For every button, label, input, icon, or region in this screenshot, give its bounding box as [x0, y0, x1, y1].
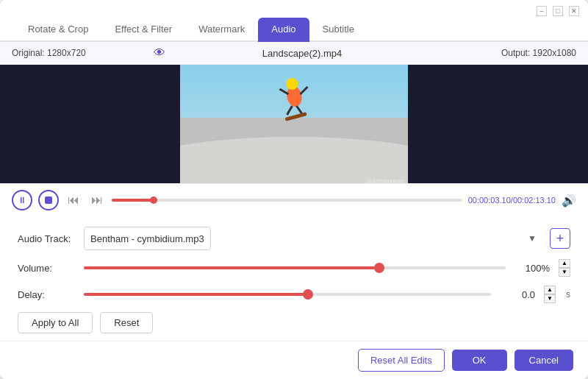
- tab-subtitle[interactable]: Subtitle: [309, 18, 368, 40]
- reset-all-edits-button[interactable]: Reset All Edits: [358, 349, 445, 372]
- skip-forward-button[interactable]: ⏭: [88, 192, 106, 208]
- delay-decrement-button[interactable]: ▼: [544, 294, 556, 303]
- volume-value: 100%: [513, 263, 550, 274]
- delay-label: Delay:: [18, 289, 76, 300]
- tab-bar: Rotate & Crop Effect & Filter Watermark …: [0, 18, 588, 42]
- video-preview: WATERMARK: [0, 65, 588, 183]
- svg-point-2: [287, 78, 298, 90]
- volume-increment-button[interactable]: ▲: [559, 259, 570, 268]
- tab-rotate[interactable]: Rotate & Crop: [15, 18, 101, 40]
- tab-audio[interactable]: Audio: [258, 18, 309, 40]
- volume-icon[interactable]: 🔊: [562, 194, 576, 208]
- reset-button[interactable]: Reset: [100, 312, 153, 333]
- delay-slider-thumb[interactable]: [303, 289, 313, 300]
- skip-forward-icon: ⏭: [91, 194, 103, 206]
- cancel-button[interactable]: Cancel: [514, 350, 573, 371]
- volume-slider-track: [84, 266, 506, 269]
- volume-slider-thumb[interactable]: [374, 263, 384, 273]
- pause-button[interactable]: ⏸: [12, 190, 32, 210]
- title-bar: – □ ✕: [0, 0, 588, 16]
- action-buttons: Apply to All Reset: [18, 312, 570, 333]
- audio-track-row: Audio Track: Bentham - cymbidium.mp3 ▼ +: [18, 227, 570, 250]
- apply-to-all-button[interactable]: Apply to All: [18, 312, 93, 333]
- time-current: 00:00:03.10: [468, 196, 511, 205]
- video-frame: WATERMARK: [180, 65, 408, 183]
- delay-unit: s: [566, 289, 570, 300]
- output-resolution: Output: 1920x1080: [440, 48, 577, 58]
- volume-decrement-button[interactable]: ▼: [559, 268, 570, 277]
- eye-icon[interactable]: 👁: [154, 46, 165, 60]
- volume-spinner: ▲ ▼: [559, 259, 570, 277]
- time-total: 00:02:13.10: [513, 196, 556, 205]
- volume-slider-wrapper[interactable]: [84, 261, 506, 275]
- tab-effect[interactable]: Effect & Filter: [101, 18, 185, 40]
- skip-back-icon: ⏮: [68, 194, 79, 206]
- video-watermark: WATERMARK: [367, 178, 404, 183]
- info-bar: Original: 1280x720 👁 Landscape(2).mp4 Ou…: [0, 42, 588, 65]
- audio-track-select[interactable]: Bentham - cymbidium.mp3: [84, 227, 211, 250]
- svg-line-4: [301, 87, 308, 94]
- delay-spinner: ▲ ▼: [544, 286, 556, 303]
- minimize-button[interactable]: –: [537, 6, 547, 16]
- svg-line-5: [287, 106, 293, 115]
- audio-track-select-wrapper: Bentham - cymbidium.mp3 ▼: [84, 227, 542, 250]
- time-display: 00:00:03.10/00:02:13.10: [468, 196, 556, 205]
- delay-row: Delay: 0.0 ▲ ▼ s: [18, 286, 570, 303]
- close-button[interactable]: ✕: [569, 6, 579, 16]
- stop-button[interactable]: [38, 190, 59, 210]
- svg-line-6: [297, 106, 302, 113]
- filename-label: Landscape(2).mp4: [165, 48, 440, 59]
- skip-back-button[interactable]: ⏮: [65, 192, 82, 208]
- ok-button[interactable]: OK: [452, 350, 507, 371]
- main-window: – □ ✕ Rotate & Crop Effect & Filter Wate…: [0, 0, 588, 379]
- tab-watermark[interactable]: Watermark: [185, 18, 258, 40]
- progress-thumb: [150, 196, 157, 204]
- audio-track-label: Audio Track:: [18, 233, 76, 244]
- delay-slider-track: [84, 293, 491, 296]
- volume-label: Volume:: [18, 263, 76, 274]
- pause-icon: ⏸: [18, 195, 26, 205]
- original-resolution: Original: 1280x720: [12, 48, 149, 58]
- progress-fill: [112, 199, 154, 202]
- footer: Reset All Edits OK Cancel: [0, 341, 588, 379]
- delay-value: 0.0: [498, 289, 535, 300]
- delay-slider-wrapper[interactable]: [84, 287, 491, 302]
- delay-slider-fill: [84, 293, 308, 296]
- volume-slider-fill: [84, 266, 379, 269]
- dropdown-arrow-icon: ▼: [528, 233, 537, 244]
- maximize-button[interactable]: □: [553, 6, 563, 16]
- playback-bar: ⏸ ⏮ ⏭ 00:00:03.10/00:02:13.10 🔊: [0, 183, 588, 216]
- volume-row: Volume: 100% ▲ ▼: [18, 259, 570, 277]
- delay-increment-button[interactable]: ▲: [544, 286, 556, 294]
- svg-line-3: [280, 89, 289, 94]
- stop-icon: [45, 196, 52, 204]
- controls-panel: Audio Track: Bentham - cymbidium.mp3 ▼ +…: [0, 216, 588, 341]
- add-audio-button[interactable]: +: [550, 228, 570, 249]
- progress-bar[interactable]: [112, 199, 462, 202]
